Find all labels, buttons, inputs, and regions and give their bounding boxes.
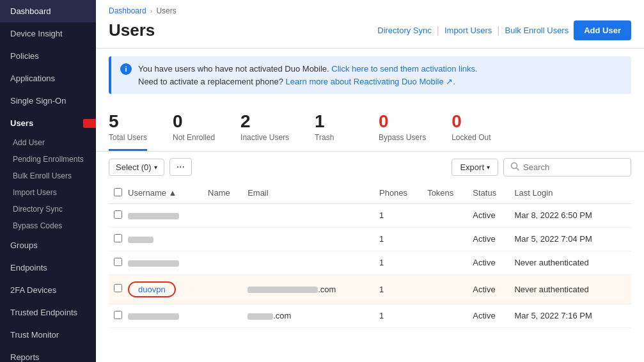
- sidebar-item-policies[interactable]: Policies: [0, 45, 96, 67]
- import-users-link[interactable]: Import Users: [444, 26, 492, 35]
- phones-cell: 1: [379, 203, 427, 227]
- username-cell: [128, 203, 208, 227]
- sidebar-item-endpoints[interactable]: Endpoints: [0, 256, 96, 279]
- col-username[interactable]: Username ▲: [128, 183, 208, 204]
- row-checkbox[interactable]: [114, 234, 122, 242]
- select-all-checkbox-header[interactable]: [109, 183, 128, 204]
- col-email[interactable]: Email: [247, 183, 379, 204]
- search-input[interactable]: [523, 162, 624, 172]
- banner-message-start: You have users who have not activated Du…: [138, 64, 329, 74]
- username-cell: duovpn: [128, 274, 208, 304]
- sidebar-item-directory-sync[interactable]: Directory Sync: [0, 201, 96, 217]
- col-tokens[interactable]: Tokens: [427, 183, 473, 204]
- add-user-button[interactable]: Add User: [574, 20, 631, 40]
- status-cell: Active: [473, 203, 514, 227]
- stat-inactive-label: Inactive Users: [240, 133, 289, 142]
- table-header-row: Username ▲ Name Email Phones Tokens Stat…: [109, 183, 631, 204]
- sidebar-item-add-user[interactable]: Add User: [0, 134, 96, 151]
- sidebar-item-label: Policies: [10, 51, 39, 61]
- select-button[interactable]: Select (0) ▾: [109, 159, 164, 176]
- phones-cell: 1: [379, 274, 427, 304]
- header-divider-2: |: [497, 25, 499, 36]
- table-row: 1 Active Mar 5, 2022 7:04 PM: [109, 227, 631, 251]
- stat-bypass-users[interactable]: 0 Bypass Users: [379, 108, 452, 151]
- sidebar-item-applications[interactable]: Applications: [0, 67, 96, 90]
- sidebar-item-2fa-devices[interactable]: 2FA Devices: [0, 279, 96, 301]
- banner-reactivate-link[interactable]: Learn more about Reactivating Duo Mobile…: [286, 77, 455, 86]
- sidebar-item-users[interactable]: Users: [0, 112, 96, 134]
- tokens-cell: [427, 304, 473, 327]
- username-cell: [128, 251, 208, 274]
- sidebar-item-sso[interactable]: Single Sign-On: [0, 90, 96, 112]
- row-checkbox[interactable]: [114, 258, 122, 266]
- row-checkbox-cell[interactable]: [109, 227, 128, 251]
- sidebar-item-groups[interactable]: Groups: [0, 234, 96, 256]
- svg-line-1: [517, 168, 519, 170]
- col-status[interactable]: Status: [473, 183, 514, 204]
- row-checkbox[interactable]: [114, 311, 122, 319]
- phones-cell: 1: [379, 251, 427, 274]
- sidebar-item-label: Bulk Enroll Users: [13, 171, 72, 180]
- sidebar: Dashboard Device Insight Policies Applic…: [0, 0, 96, 362]
- col-last-login[interactable]: Last Login: [514, 183, 631, 204]
- username-cell: [128, 227, 208, 251]
- more-actions-button[interactable]: ···: [169, 158, 192, 176]
- directory-sync-link[interactable]: Directory Sync: [377, 26, 432, 35]
- phones-cell: 1: [379, 304, 427, 327]
- sidebar-item-pending-enrollments[interactable]: Pending Enrollments: [0, 151, 96, 168]
- duovpn-username-link[interactable]: duovpn: [128, 281, 176, 297]
- header-divider-1: |: [437, 25, 439, 36]
- col-phones[interactable]: Phones: [379, 183, 427, 204]
- banner-text: You have users who have not activated Du…: [138, 63, 478, 88]
- table-row: 1 Active Mar 8, 2022 6:50 PM: [109, 203, 631, 227]
- stat-not-enrolled[interactable]: 0 Not Enrolled: [173, 108, 240, 151]
- row-checkbox[interactable]: [114, 210, 122, 219]
- bulk-enroll-link[interactable]: Bulk Enroll Users: [505, 26, 569, 35]
- sidebar-item-label: Single Sign-On: [10, 96, 66, 106]
- stat-trash[interactable]: 1 Trash: [315, 108, 379, 151]
- row-checkbox-cell[interactable]: [109, 251, 128, 274]
- sidebar-item-label: Groups: [10, 240, 38, 250]
- email-cell: [247, 203, 379, 227]
- banner-activation-link[interactable]: Click here to send them activation links…: [331, 64, 477, 74]
- sidebar-item-device-insight[interactable]: Device Insight: [0, 22, 96, 45]
- stats-row: 5 Total Users 0 Not Enrolled 2 Inactive …: [96, 102, 644, 152]
- sidebar-item-dashboard[interactable]: Dashboard: [0, 0, 96, 22]
- username-cell: [128, 304, 208, 327]
- breadcrumb: Dashboard › Users: [96, 0, 644, 18]
- row-checkbox-cell[interactable]: [109, 203, 128, 227]
- username-link[interactable]: [128, 234, 153, 244]
- last-login-cell: Mar 5, 2022 7:04 PM: [514, 227, 631, 251]
- sidebar-item-label: Reports: [10, 352, 40, 362]
- status-cell: Active: [473, 251, 514, 274]
- row-checkbox-cell[interactable]: [109, 304, 128, 327]
- name-cell: [208, 251, 247, 274]
- chevron-down-icon: ▾: [154, 164, 157, 171]
- export-button[interactable]: Export ▾: [452, 159, 498, 176]
- sidebar-item-bypass-codes[interactable]: Bypass Codes: [0, 217, 96, 234]
- sidebar-item-bulk-enroll[interactable]: Bulk Enroll Users: [0, 168, 96, 184]
- row-checkbox[interactable]: [114, 284, 122, 292]
- info-icon: i: [120, 63, 132, 75]
- username-link[interactable]: [128, 311, 179, 320]
- export-label: Export: [460, 162, 484, 172]
- stat-locked-number: 0: [452, 112, 491, 132]
- blurred-username: [128, 313, 179, 320]
- stat-inactive-users[interactable]: 2 Inactive Users: [240, 108, 315, 151]
- search-box[interactable]: [503, 158, 631, 177]
- stat-total-users[interactable]: 5 Total Users: [109, 108, 173, 151]
- select-all-checkbox[interactable]: [114, 188, 122, 196]
- col-name[interactable]: Name: [208, 183, 247, 204]
- sidebar-item-reports[interactable]: Reports: [0, 346, 96, 362]
- sidebar-item-trusted-endpoints[interactable]: Trusted Endpoints: [0, 301, 96, 324]
- username-link[interactable]: [128, 210, 179, 220]
- row-checkbox-cell[interactable]: [109, 274, 128, 304]
- stat-locked-out[interactable]: 0 Locked Out: [452, 108, 516, 151]
- sidebar-item-label: Directory Sync: [13, 205, 63, 214]
- phones-cell: 1: [379, 227, 427, 251]
- username-link[interactable]: [128, 258, 179, 267]
- sidebar-item-trust-monitor[interactable]: Trust Monitor: [0, 324, 96, 346]
- status-cell: Active: [473, 274, 514, 304]
- sidebar-item-import-users[interactable]: Import Users: [0, 184, 96, 201]
- breadcrumb-home-link[interactable]: Dashboard: [109, 6, 146, 15]
